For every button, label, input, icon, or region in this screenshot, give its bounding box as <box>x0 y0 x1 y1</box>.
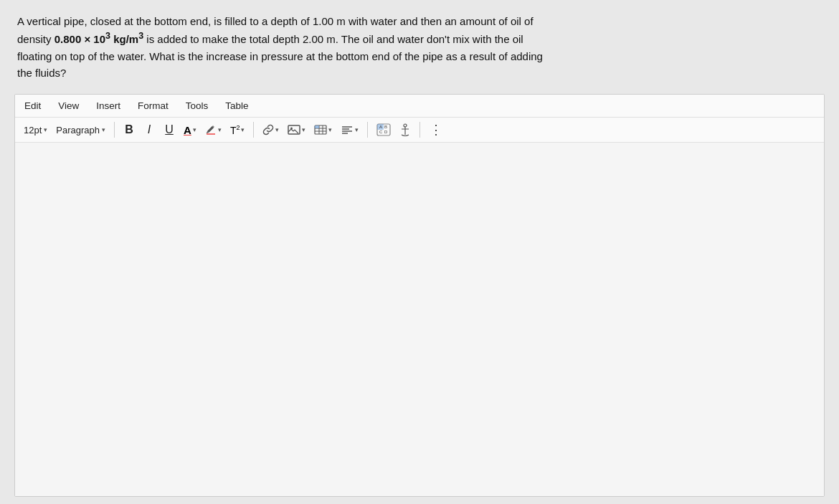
menu-tools[interactable]: Tools <box>184 99 211 113</box>
paragraph-style-select[interactable]: Paragraph ▾ <box>53 123 108 137</box>
more-options-button[interactable]: ⋮ <box>426 120 447 139</box>
separator-3 <box>367 122 368 138</box>
highlight-icon <box>205 124 217 135</box>
highlight-chevron-icon: ▾ <box>218 126 222 133</box>
font-size-select[interactable]: 12pt ▾ <box>21 123 50 137</box>
align-icon <box>341 124 354 135</box>
question-line4: the fluids? <box>17 67 66 79</box>
table-icon-button[interactable]: ▾ <box>311 121 335 138</box>
table-icon <box>314 124 327 135</box>
font-color-chevron-icon: ▾ <box>193 126 196 133</box>
svg-text:D: D <box>384 130 388 134</box>
underline-button[interactable]: U <box>161 121 178 138</box>
separator-2 <box>253 122 254 138</box>
question-line2: density 0.800 × 103 kg/m3 is added to ma… <box>17 33 523 45</box>
paragraph-style-value: Paragraph <box>56 125 100 135</box>
anchor-button[interactable] <box>397 121 414 138</box>
page-container: A vertical pipe, closed at the bottom en… <box>0 0 839 504</box>
image-icon <box>288 124 300 135</box>
menu-view[interactable]: View <box>56 99 81 113</box>
question-text: A vertical pipe, closed at the bottom en… <box>14 13 825 81</box>
editor-content-area[interactable] <box>15 143 824 496</box>
align-button[interactable]: ▾ <box>338 121 361 138</box>
font-color-icon: A <box>184 124 191 136</box>
special-chars-icon: A B C D <box>376 123 391 136</box>
special-chars-button[interactable]: A B C D <box>374 121 394 138</box>
svg-text:A: A <box>379 125 382 129</box>
menu-edit[interactable]: Edit <box>22 99 43 113</box>
paragraph-style-chevron-icon: ▾ <box>102 126 105 133</box>
svg-point-19 <box>404 124 407 127</box>
image-chevron-icon: ▾ <box>302 126 305 133</box>
toolbar: 12pt ▾ Paragraph ▾ B I U A <box>15 118 824 143</box>
link-icon <box>262 124 274 135</box>
menu-table[interactable]: Table <box>223 99 250 113</box>
superscript-button[interactable]: T2 ▾ <box>227 121 248 138</box>
link-button[interactable]: ▾ <box>260 121 282 138</box>
svg-text:C: C <box>379 130 383 134</box>
svg-text:B: B <box>384 125 387 129</box>
anchor-icon <box>399 123 411 136</box>
editor-wrapper: Edit View Insert Format Tools Table 12pt… <box>14 94 825 497</box>
table-chevron-icon: ▾ <box>328 126 332 133</box>
menu-format[interactable]: Format <box>136 99 171 113</box>
separator-1 <box>114 122 115 138</box>
superscript-chevron-icon: ▾ <box>241 126 245 133</box>
superscript-icon: T2 <box>230 124 240 136</box>
image-button[interactable]: ▾ <box>285 121 308 138</box>
bold-button[interactable]: B <box>120 121 138 138</box>
more-dots-icon: ⋮ <box>430 122 443 138</box>
question-line3: floating on top of the water. What is th… <box>17 50 543 62</box>
menu-bar: Edit View Insert Format Tools Table <box>15 95 824 118</box>
italic-button[interactable]: I <box>141 121 158 138</box>
svg-rect-8 <box>315 125 319 128</box>
question-line1: A vertical pipe, closed at the bottom en… <box>17 15 534 27</box>
font-size-value: 12pt <box>24 125 42 135</box>
separator-4 <box>420 122 420 138</box>
font-size-chevron-icon: ▾ <box>44 126 47 133</box>
align-chevron-icon: ▾ <box>355 126 359 133</box>
highlight-button[interactable]: ▾ <box>202 121 224 138</box>
menu-insert[interactable]: Insert <box>94 99 123 113</box>
font-color-button[interactable]: A ▾ <box>181 121 199 138</box>
link-chevron-icon: ▾ <box>275 126 279 133</box>
